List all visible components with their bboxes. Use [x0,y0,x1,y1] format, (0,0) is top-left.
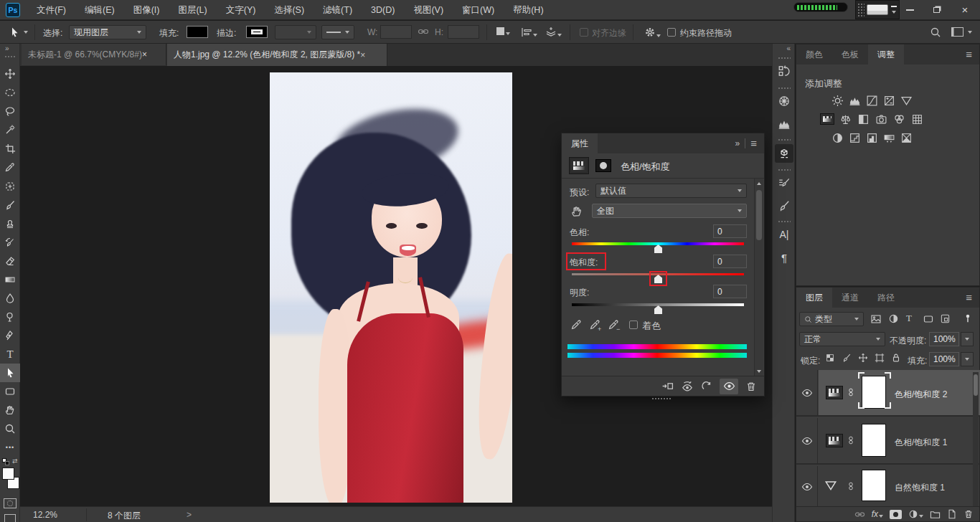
eyedropper-sample-icon[interactable] [570,318,583,331]
lock-all-icon[interactable] [891,353,901,363]
workspace-switcher-icon[interactable] [951,27,963,37]
search-icon[interactable] [930,27,941,38]
properties-scrollbar[interactable] [754,179,763,376]
layer-mask-thumbnail[interactable] [862,470,886,501]
layer-mask-thumbnail[interactable] [862,376,886,409]
properties-panel-resize-grip[interactable] [651,397,672,400]
menu-3d[interactable]: 3D(D) [362,0,404,20]
brightness-contrast-icon[interactable] [829,93,845,108]
layer-visibility-eye-icon[interactable] [796,466,818,507]
channel-mixer-icon[interactable] [891,112,907,126]
color-balance-icon[interactable] [837,112,853,126]
edit-toolbar-icon[interactable]: ••• [0,438,20,457]
stroke-width-dropdown[interactable] [275,25,316,39]
path-selection-tool[interactable] [0,364,20,382]
panel-menu-icon[interactable]: ≡ [966,288,979,308]
tool-preset-chevron-icon[interactable] [24,31,28,34]
black-white-icon[interactable] [855,112,871,126]
gradient-map-icon[interactable] [881,130,897,145]
color-lookup-icon[interactable] [909,112,925,126]
window-minimize-button[interactable] [897,0,923,19]
dock-grip[interactable] [778,57,791,60]
tab-adjustments[interactable]: 调整 [868,44,904,65]
ime-drag-handle[interactable] [857,3,864,17]
document-tab-inactive[interactable]: 未标题-1 @ 66.7%(CMYK/8#) × [22,44,166,65]
menu-edit[interactable]: 编辑(E) [75,0,124,20]
vibrance-layer-thumbnail[interactable] [824,479,837,492]
brush-settings-panel-icon[interactable] [776,174,793,191]
eyedropper-subtract-icon[interactable]: − [608,318,620,331]
curves-icon[interactable] [864,93,880,108]
delete-adjustment-icon[interactable] [745,381,757,392]
foreground-color-swatch[interactable] [2,468,14,480]
height-input[interactable] [448,25,479,39]
menu-help[interactable]: 帮助(H) [504,0,552,20]
move-tool[interactable] [0,65,20,83]
fill-opacity-chevron[interactable] [961,352,974,366]
new-adjustment-layer-icon[interactable] [908,509,923,519]
brushes-panel-icon[interactable] [776,197,793,214]
channel-dropdown[interactable]: 全图 [592,204,747,218]
menu-file[interactable]: 文件(F) [27,0,75,20]
zoom-tool[interactable] [0,419,20,438]
fill-swatch[interactable] [187,26,208,38]
link-dimensions-icon[interactable] [418,26,429,37]
adjustment-layer-thumbnail[interactable] [826,386,843,399]
ime-keyboard-icon[interactable] [867,4,888,15]
lightness-slider[interactable] [572,303,744,306]
filter-type-layers-icon[interactable]: T [906,313,912,324]
type-tool[interactable]: T [0,345,20,364]
selective-color-icon[interactable] [898,130,914,145]
layer-filter-toggle[interactable] [963,312,973,325]
dock-grip[interactable] [778,87,791,90]
path-alignment-icon[interactable] [521,27,537,38]
delete-layer-icon[interactable] [963,509,974,519]
gear-icon[interactable] [644,27,661,38]
saturation-value-input[interactable]: 0 [713,255,747,268]
align-edges-checkbox[interactable] [580,28,588,37]
lock-pixels-icon[interactable] [842,353,852,363]
exposure-icon[interactable] [881,93,897,108]
add-layer-mask-icon[interactable] [890,510,902,519]
eyedropper-add-icon[interactable]: + [589,318,601,331]
layer-row[interactable]: 色相/饱和度 1 [796,418,980,465]
tab-properties[interactable]: 属性 [562,133,598,153]
quick-mask-icon[interactable] [4,498,17,508]
status-flyout-chevron[interactable]: > [187,510,192,520]
new-layer-icon[interactable] [947,509,957,519]
colorize-checkbox[interactable] [629,321,638,329]
opacity-chevron[interactable] [961,332,974,346]
pen-tool[interactable] [0,326,20,345]
eyedropper-tool[interactable] [0,158,20,176]
ime-options-chevron-icon[interactable] [892,11,896,14]
crop-tool[interactable] [0,139,20,158]
filter-pixel-layers-icon[interactable] [870,313,882,325]
panel-menu-icon[interactable]: ≡ [750,133,764,153]
tab-close-icon[interactable]: × [142,49,147,60]
tab-color[interactable]: 颜色 [796,44,832,65]
hue-slider[interactable] [572,242,744,245]
lightness-slider-thumb[interactable] [654,305,662,314]
constrain-path-checkbox[interactable] [667,28,676,37]
paragraph-panel-icon[interactable]: ¶ [776,249,793,266]
layers-scrollbar[interactable] [973,372,979,507]
stroke-swatch[interactable] [246,26,268,38]
tab-swatches[interactable]: 色板 [832,44,868,65]
preset-dropdown[interactable]: 默认值 [595,184,747,198]
menu-select[interactable]: 选择(S) [265,0,314,20]
dock-grip[interactable] [778,220,791,223]
properties-panel-icon[interactable] [775,144,793,163]
tab-paths[interactable]: 路径 [868,288,904,308]
quick-selection-tool[interactable] [0,120,20,139]
menu-image[interactable]: 图像(I) [124,0,169,20]
width-input[interactable] [380,25,412,39]
stroke-type-dropdown[interactable] [321,25,354,39]
clone-stamp-tool[interactable] [0,214,20,233]
hue-value-input[interactable]: 0 [713,224,747,238]
menu-layer[interactable]: 图层(L) [169,0,216,20]
fill-opacity-value[interactable]: 100% [929,352,959,366]
lock-transparency-icon[interactable] [825,353,835,363]
hue-slider-thumb[interactable] [654,245,662,253]
levels-icon[interactable] [847,93,862,108]
view-previous-state-icon[interactable] [681,380,694,393]
